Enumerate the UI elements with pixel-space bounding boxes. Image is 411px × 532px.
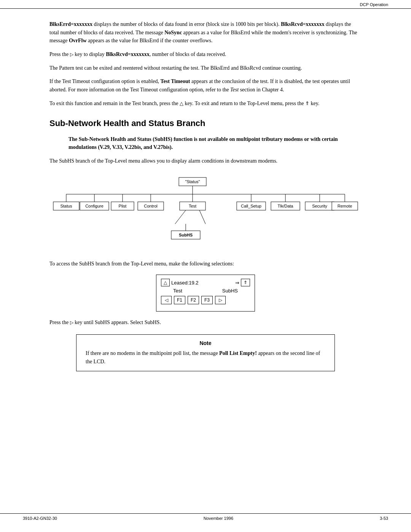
lcd-line2: Test SubHS <box>173 288 238 294</box>
return-btn: ⇑ <box>241 279 250 286</box>
lcd-arrow: ⇒ <box>235 280 239 286</box>
svg-text:Remote: Remote <box>338 204 352 208</box>
after-keyboard-text: Press the ▷ key until SubHS appears. Sel… <box>49 318 362 327</box>
svg-text:"Status": "Status" <box>185 179 200 184</box>
page-footer: 3910-A2-GN32-30 November 1996 3-53 <box>0 513 411 521</box>
bold-warning: The Sub-Network Health and Status (SubHS… <box>68 135 342 152</box>
svg-text:Control: Control <box>144 204 157 208</box>
paragraph-5: To exit this function and remain in the … <box>49 99 362 108</box>
svg-line-32 <box>199 210 206 224</box>
note-title: Note <box>86 340 325 346</box>
svg-text:Security: Security <box>312 204 327 208</box>
tree-diagram-area: "Status" <box>49 174 362 251</box>
left-arrow-btn[interactable]: ◁ <box>161 296 172 304</box>
display-bottom-row: Test SubHS <box>161 288 250 294</box>
svg-text:SubHS: SubHS <box>179 233 193 237</box>
paragraph-3: The Pattern test can be exited and reent… <box>49 64 362 72</box>
svg-text:Configure: Configure <box>85 204 104 208</box>
keyboard-display: △ Leased:19.2 ⇒ ⇑ Test SubHS ◁ F1 F2 <box>156 275 255 312</box>
f2-btn[interactable]: F2 <box>188 296 199 304</box>
footer-right: 3-53 <box>380 516 388 521</box>
right-arrow-btn[interactable]: ▷ <box>215 296 226 304</box>
footer-left: 3910-A2-GN32-30 <box>23 516 57 521</box>
f1-btn[interactable]: F1 <box>174 296 185 304</box>
paragraph-2: Press the ▷ key to display BlksRcvd=xxxx… <box>49 50 362 59</box>
f3-btn[interactable]: F3 <box>201 296 213 304</box>
header-title: DCP Operation <box>360 2 388 7</box>
svg-text:Call_Setup: Call_Setup <box>241 204 261 208</box>
svg-line-31 <box>175 210 186 224</box>
paragraph-4: If the Test Timeout configuration option… <box>49 77 362 94</box>
svg-text:Tlk/Data: Tlk/Data <box>278 204 294 208</box>
display-top-row: △ Leased:19.2 ⇒ ⇑ <box>161 279 250 286</box>
svg-text:Test: Test <box>189 204 196 208</box>
access-text: To access the SubHS branch from the Top-… <box>49 260 362 268</box>
svg-text:Status: Status <box>60 204 72 208</box>
lcd-line1: Leased:19.2 <box>171 280 199 286</box>
section-heading: Sub-Network Health and Status Branch <box>49 118 362 128</box>
svg-text:Plist: Plist <box>119 204 127 208</box>
note-box: Note If there are no modems in the multi… <box>76 334 335 371</box>
note-text: If there are no modems in the multipoint… <box>86 349 325 366</box>
main-content: BlksErrd=xxxxxxx displays the number of … <box>0 9 411 402</box>
tree-diagram-svg: "Status" <box>49 174 362 251</box>
up-arrow-btn: △ <box>161 279 170 286</box>
footer-center: November 1996 <box>204 516 233 521</box>
lcd-subhs: SubHS <box>222 288 238 294</box>
page: DCP Operation BlksErrd=xxxxxxx displays … <box>0 0 411 532</box>
keyboard-bottom-row: ◁ F1 F2 F3 ▷ <box>161 296 250 304</box>
page-header: DCP Operation <box>0 0 411 9</box>
subhs-intro: The SubHS branch of the Top-Level menu a… <box>49 157 362 165</box>
lcd-display: Leased:19.2 ⇒ <box>171 280 239 286</box>
paragraph-1: BlksErrd=xxxxxxx displays the number of … <box>49 20 362 45</box>
lcd-test: Test <box>173 288 182 294</box>
